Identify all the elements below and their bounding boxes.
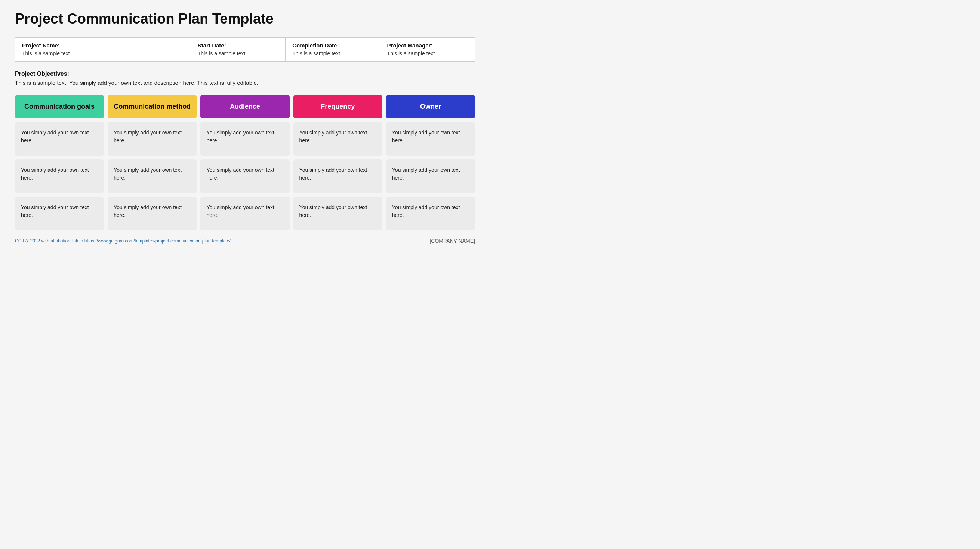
cell-row1-frequency: You simply add your own text here. [293, 159, 382, 193]
cell-row2-owner: You simply add your own text here. [386, 197, 475, 230]
cell-row1-owner: You simply add your own text here. [386, 159, 475, 193]
cell-row0-method: You simply add your own text here. [108, 122, 197, 156]
header-frequency: Frequency [293, 95, 382, 118]
meta-section: Project Name: This is a sample text. Sta… [15, 37, 475, 62]
cell-row1-goals: You simply add your own text here. [15, 159, 104, 193]
cell-row2-audience: You simply add your own text here. [200, 197, 289, 230]
cell-row1-audience: You simply add your own text here. [200, 159, 289, 193]
start-date-label: Start Date: [198, 42, 278, 49]
cell-row0-audience: You simply add your own text here. [200, 122, 289, 156]
meta-project-name: Project Name: This is a sample text. [15, 38, 191, 61]
start-date-value: This is a sample text. [198, 51, 247, 56]
cell-row2-goals: You simply add your own text here. [15, 197, 104, 230]
cell-row0-owner: You simply add your own text here. [386, 122, 475, 156]
objectives-text: This is a sample text. You simply add yo… [15, 79, 475, 86]
header-owner: Owner [386, 95, 475, 118]
cell-row0-frequency: You simply add your own text here. [293, 122, 382, 156]
footer: CC-BY 2022 with attribution link to http… [15, 238, 475, 244]
cell-row0-goals: You simply add your own text here. [15, 122, 104, 156]
communication-table: Communication goals Communication method… [15, 95, 475, 230]
project-name-label: Project Name: [22, 42, 184, 49]
footer-link[interactable]: CC-BY 2022 with attribution link to http… [15, 238, 231, 243]
meta-completion-date: Completion Date: This is a sample text. [286, 38, 380, 61]
header-goals: Communication goals [15, 95, 104, 118]
project-manager-value: This is a sample text. [387, 51, 437, 56]
cell-row2-frequency: You simply add your own text here. [293, 197, 382, 230]
cell-row2-method: You simply add your own text here. [108, 197, 197, 230]
meta-start-date: Start Date: This is a sample text. [191, 38, 286, 61]
header-audience: Audience [200, 95, 289, 118]
project-name-value: This is a sample text. [22, 51, 72, 56]
project-manager-label: Project Manager: [387, 42, 468, 49]
footer-company-name: [COMPANY NAME] [430, 238, 475, 244]
objectives-label: Project Objectives: [15, 71, 475, 77]
completion-date-label: Completion Date: [292, 42, 373, 49]
page-title: Project Communication Plan Template [15, 11, 475, 27]
completion-date-value: This is a sample text. [292, 51, 342, 56]
meta-project-manager: Project Manager: This is a sample text. [380, 38, 475, 61]
header-method: Communication method [108, 95, 197, 118]
cell-row1-method: You simply add your own text here. [108, 159, 197, 193]
objectives-section: Project Objectives: This is a sample tex… [15, 71, 475, 86]
